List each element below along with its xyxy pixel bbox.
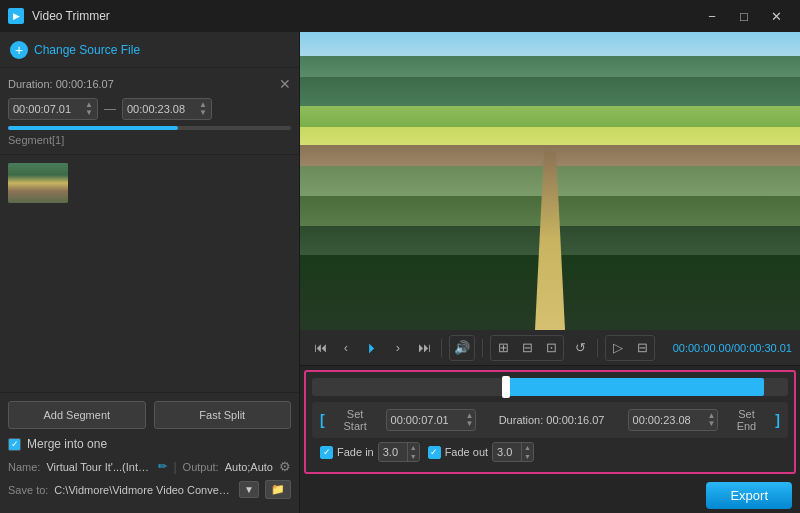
set-start-button[interactable]: Set Start xyxy=(331,406,380,434)
name-value: Virtual Tour It'...(Intramuros).mp4 xyxy=(46,461,152,473)
trim-duration: Duration: 00:00:16.07 xyxy=(482,414,622,426)
rotate-button[interactable]: ↺ xyxy=(568,336,592,360)
end-spinner-arrows: ▲ ▼ xyxy=(199,101,207,117)
name-label: Name: xyxy=(8,461,40,473)
segment-progress-fill xyxy=(8,126,178,130)
trim-end-arrows: ▲ ▼ xyxy=(708,412,716,428)
end-time-spinner[interactable]: 00:00:23.08 ▲ ▼ xyxy=(122,98,212,120)
segment-editor: Duration: 00:00:16.07 ✕ 00:00:07.01 ▲ ▼ … xyxy=(0,68,299,155)
close-button[interactable]: ✕ xyxy=(760,2,792,30)
time-display: 00:00:00.00/00:00:30.01 xyxy=(673,342,792,354)
app-icon: ▶ xyxy=(8,8,24,24)
bottom-controls: Add Segment Fast Split ✓ Merge into one … xyxy=(0,392,299,513)
start-spinner-arrows: ▲ ▼ xyxy=(85,101,93,117)
playback-mode-group: ▷ ⊟ xyxy=(605,335,655,361)
merge-row: ✓ Merge into one xyxy=(8,437,291,451)
timeline-bar[interactable] xyxy=(312,378,788,396)
add-source-button[interactable]: + xyxy=(10,41,28,59)
merge-checkbox[interactable]: ✓ xyxy=(8,438,21,451)
fade-in-arrows: ▲ ▼ xyxy=(407,443,419,461)
fade-in-group: ✓ Fade in 3.0 ▲ ▼ xyxy=(320,442,420,462)
volume-button[interactable]: 🔊 xyxy=(450,336,474,360)
display-mode-2-button[interactable]: ⊟ xyxy=(515,336,539,360)
playback-toolbar: ⏮ ‹ ⏵ › ⏭ 🔊 ⊞ ⊟ ⊡ ↺ ▷ ⊟ xyxy=(300,330,800,366)
start-time-spinner[interactable]: 00:00:07.01 ▲ ▼ xyxy=(8,98,98,120)
trim-start-spinner[interactable]: 00:00:07.01 ▲ ▼ xyxy=(386,409,476,431)
right-bracket-icon: ] xyxy=(775,412,780,428)
fade-out-spinner[interactable]: 3.0 ▲ ▼ xyxy=(492,442,534,462)
segment-header: Duration: 00:00:16.07 ✕ xyxy=(8,76,291,92)
toolbar-separator-3 xyxy=(597,339,598,357)
left-panel: + Change Source File Duration: 00:00:16.… xyxy=(0,32,300,513)
fade-controls: ✓ Fade in 3.0 ▲ ▼ ✓ Fade out 3.0 xyxy=(312,438,788,466)
go-to-end-button[interactable]: ⏭ xyxy=(412,336,436,360)
timeline-handle[interactable] xyxy=(502,376,510,398)
segment-times: 00:00:07.01 ▲ ▼ — 00:00:23.08 ▲ ▼ xyxy=(8,98,291,120)
display-mode-1-button[interactable]: ⊞ xyxy=(491,336,515,360)
change-source-label[interactable]: Change Source File xyxy=(34,43,140,57)
merge-label: Merge into one xyxy=(27,437,107,451)
add-fast-row: Add Segment Fast Split xyxy=(8,401,291,429)
output-settings-icon[interactable]: ⚙ xyxy=(279,459,291,474)
end-time-down[interactable]: ▼ xyxy=(199,109,207,117)
right-panel: ⏮ ‹ ⏵ › ⏭ 🔊 ⊞ ⊟ ⊡ ↺ ▷ ⊟ xyxy=(300,32,800,513)
fast-split-button[interactable]: Fast Split xyxy=(154,401,292,429)
edit-name-icon[interactable]: ✏ xyxy=(158,460,167,473)
main-layout: + Change Source File Duration: 00:00:16.… xyxy=(0,32,800,513)
export-button[interactable]: Export xyxy=(706,482,792,509)
prev-frame-button[interactable]: ‹ xyxy=(334,336,358,360)
fade-out-group: ✓ Fade out 3.0 ▲ ▼ xyxy=(428,442,534,462)
segment-duration: Duration: 00:00:16.07 xyxy=(8,78,114,90)
name-output-separator: | xyxy=(173,460,176,474)
maximize-button[interactable]: □ xyxy=(728,2,760,30)
output-value: Auto;Auto xyxy=(225,461,273,473)
time-dash: — xyxy=(104,102,116,116)
title-bar-controls: − □ ✕ xyxy=(696,2,792,30)
fade-in-value: 3.0 xyxy=(379,446,407,458)
title-bar-left: ▶ Video Trimmer xyxy=(8,8,110,24)
timeline-area: [ Set Start 00:00:07.01 ▲ ▼ Duration: 00… xyxy=(304,370,796,474)
toolbar-separator-2 xyxy=(482,339,483,357)
display-group: ⊞ ⊟ ⊡ xyxy=(490,335,564,361)
add-segment-button[interactable]: Add Segment xyxy=(8,401,146,429)
name-row: Name: Virtual Tour It'...(Intramuros).mp… xyxy=(8,459,291,474)
next-frame-button[interactable]: › xyxy=(386,336,410,360)
fade-in-label: Fade in xyxy=(337,446,374,458)
fade-out-arrows: ▲ ▼ xyxy=(521,443,533,461)
fade-in-spinner[interactable]: 3.0 ▲ ▼ xyxy=(378,442,420,462)
minimize-button[interactable]: − xyxy=(696,2,728,30)
thumbnail-area xyxy=(0,155,299,392)
app-title: Video Trimmer xyxy=(32,9,110,23)
trim-start-down[interactable]: ▼ xyxy=(466,420,474,428)
fade-out-down[interactable]: ▼ xyxy=(522,452,533,461)
start-time-down[interactable]: ▼ xyxy=(85,109,93,117)
trim-controls: [ Set Start 00:00:07.01 ▲ ▼ Duration: 00… xyxy=(312,402,788,438)
display-mode-3-button[interactable]: ⊡ xyxy=(539,336,563,360)
left-bracket-icon: [ xyxy=(320,412,325,428)
trim-end-spinner[interactable]: 00:00:23.08 ▲ ▼ xyxy=(628,409,718,431)
playback-once-button[interactable]: ▷ xyxy=(606,336,630,360)
set-end-button[interactable]: Set End xyxy=(724,406,770,434)
save-path: C:\Vidmore\Vidmore Video Converter\Trimm… xyxy=(54,484,233,496)
trim-end-down[interactable]: ▼ xyxy=(708,420,716,428)
fade-in-checkbox[interactable]: ✓ xyxy=(320,446,333,459)
fade-out-checkbox[interactable]: ✓ xyxy=(428,446,441,459)
playback-repeat-button[interactable]: ⊟ xyxy=(630,336,654,360)
volume-group: 🔊 xyxy=(449,335,475,361)
thumbnail-image xyxy=(8,163,68,203)
play-pause-button[interactable]: ⏵ xyxy=(360,336,384,360)
fade-out-value: 3.0 xyxy=(493,446,521,458)
toolbar-separator-1 xyxy=(441,339,442,357)
save-path-dropdown[interactable]: ▼ xyxy=(239,481,259,498)
go-to-start-button[interactable]: ⏮ xyxy=(308,336,332,360)
fade-in-down[interactable]: ▼ xyxy=(408,452,419,461)
export-row: Export xyxy=(300,478,800,513)
save-row: Save to: C:\Vidmore\Vidmore Video Conver… xyxy=(8,480,291,499)
save-label: Save to: xyxy=(8,484,48,496)
fade-in-up[interactable]: ▲ xyxy=(408,443,419,452)
segment-close-button[interactable]: ✕ xyxy=(279,76,291,92)
fade-out-up[interactable]: ▲ xyxy=(522,443,533,452)
title-bar: ▶ Video Trimmer − □ ✕ xyxy=(0,0,800,32)
thumbnail-item xyxy=(8,163,291,203)
open-folder-button[interactable]: 📁 xyxy=(265,480,291,499)
